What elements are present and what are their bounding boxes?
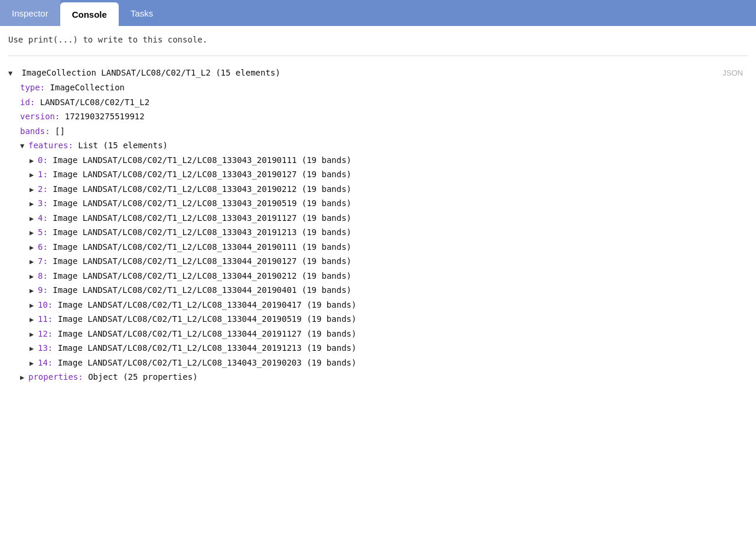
- feature-item-3: 3: Image LANDSAT/LC08/C02/T1_L2/LC08_133…: [8, 196, 748, 211]
- feature-item-4: 4: Image LANDSAT/LC08/C02/T1_L2/LC08_133…: [8, 211, 748, 226]
- feature-item-7: 7: Image LANDSAT/LC08/C02/T1_L2/LC08_133…: [8, 254, 748, 269]
- feature-10-toggle[interactable]: [30, 299, 37, 312]
- value-properties: Object (25 properties): [88, 370, 197, 384]
- key-properties: properties:: [28, 370, 88, 384]
- feature-9-toggle[interactable]: [30, 285, 37, 297]
- key-bands: bands:: [20, 124, 55, 139]
- feature-13-toggle[interactable]: [30, 343, 37, 355]
- key-version: version:: [20, 109, 65, 124]
- feature-0-toggle[interactable]: [30, 155, 37, 167]
- feature-6-toggle[interactable]: [30, 242, 37, 254]
- root-label-container: ImageCollection LANDSAT/LC08/C02/T1_L2 (…: [8, 66, 281, 80]
- feature-11-value: Image LANDSAT/LC08/C02/T1_L2/LC08_133044…: [58, 312, 357, 327]
- feature-6-index: 6:: [38, 240, 53, 255]
- feature-3-toggle[interactable]: [30, 198, 37, 210]
- value-version: 1721903275519912: [65, 109, 145, 124]
- feature-6-value: Image LANDSAT/LC08/C02/T1_L2/LC08_133044…: [53, 240, 351, 255]
- tree-property-bands: bands: []: [8, 124, 748, 139]
- feature-item-6: 6: Image LANDSAT/LC08/C02/T1_L2/LC08_133…: [8, 240, 748, 255]
- feature-14-index: 14:: [38, 356, 58, 370]
- hint-prefix: Use: [8, 35, 28, 44]
- tab-inspector[interactable]: Inspector: [0, 0, 60, 26]
- tree-root: ImageCollection LANDSAT/LC08/C02/T1_L2 (…: [8, 66, 748, 384]
- hint-suffix: to write to this console.: [78, 35, 207, 44]
- key-id: id:: [20, 95, 40, 110]
- feature-8-index: 8:: [38, 269, 53, 283]
- value-id: LANDSAT/LC08/C02/T1_L2: [40, 95, 149, 110]
- tab-tasks[interactable]: Tasks: [119, 0, 165, 26]
- feature-8-value: Image LANDSAT/LC08/C02/T1_L2/LC08_133044…: [53, 269, 351, 283]
- feature-item-14: 14: Image LANDSAT/LC08/C02/T1_L2/LC08_13…: [8, 356, 748, 370]
- feature-10-value: Image LANDSAT/LC08/C02/T1_L2/LC08_133044…: [58, 298, 357, 312]
- json-link[interactable]: JSON: [722, 67, 743, 80]
- tree-property-type: type: ImageCollection: [8, 80, 748, 95]
- feature-8-toggle[interactable]: [30, 271, 37, 283]
- root-toggle-arrow[interactable]: [8, 67, 15, 80]
- feature-5-index: 5:: [38, 225, 53, 240]
- feature-12-index: 12:: [38, 327, 58, 341]
- feature-9-index: 9:: [38, 283, 53, 298]
- console-content: Use print(...) to write to this console.…: [0, 26, 756, 392]
- hint-code: print(...): [28, 35, 78, 44]
- feature-item-9: 9: Image LANDSAT/LC08/C02/T1_L2/LC08_133…: [8, 283, 748, 298]
- feature-3-index: 3:: [38, 196, 53, 211]
- feature-3-value: Image LANDSAT/LC08/C02/T1_L2/LC08_133043…: [53, 196, 351, 211]
- feature-item-5: 5: Image LANDSAT/LC08/C02/T1_L2/LC08_133…: [8, 225, 748, 240]
- tree-features-header: features: List (15 elements): [8, 138, 748, 153]
- hint-text: Use print(...) to write to this console.: [8, 33, 748, 46]
- root-label: ImageCollection LANDSAT/LC08/C02/T1_L2 (…: [21, 68, 280, 77]
- value-bands: []: [55, 124, 65, 139]
- feature-5-toggle[interactable]: [30, 227, 37, 239]
- tree-property-version: version: 1721903275519912: [8, 109, 748, 124]
- tab-bar: Inspector Console Tasks: [0, 0, 756, 26]
- feature-11-toggle[interactable]: [30, 314, 37, 326]
- features-toggle-arrow[interactable]: [20, 140, 27, 152]
- feature-2-index: 2:: [38, 182, 53, 197]
- feature-2-toggle[interactable]: [30, 184, 37, 196]
- feature-11-index: 11:: [38, 312, 58, 327]
- feature-7-value: Image LANDSAT/LC08/C02/T1_L2/LC08_133044…: [53, 254, 351, 269]
- feature-1-value: Image LANDSAT/LC08/C02/T1_L2/LC08_133043…: [53, 167, 351, 182]
- feature-14-toggle[interactable]: [30, 357, 37, 370]
- feature-1-toggle[interactable]: [30, 169, 37, 181]
- feature-4-toggle[interactable]: [30, 213, 37, 225]
- root-header-line: ImageCollection LANDSAT/LC08/C02/T1_L2 (…: [8, 66, 748, 80]
- feature-item-1: 1: Image LANDSAT/LC08/C02/T1_L2/LC08_133…: [8, 167, 748, 182]
- feature-9-value: Image LANDSAT/LC08/C02/T1_L2/LC08_133044…: [53, 283, 351, 298]
- feature-14-value: Image LANDSAT/LC08/C02/T1_L2/LC08_134043…: [58, 356, 357, 370]
- feature-0-value: Image LANDSAT/LC08/C02/T1_L2/LC08_133043…: [53, 153, 351, 168]
- feature-item-10: 10: Image LANDSAT/LC08/C02/T1_L2/LC08_13…: [8, 298, 748, 312]
- value-type: ImageCollection: [50, 80, 125, 95]
- feature-item-12: 12: Image LANDSAT/LC08/C02/T1_L2/LC08_13…: [8, 327, 748, 341]
- feature-item-0: 0: Image LANDSAT/LC08/C02/T1_L2/LC08_133…: [8, 153, 748, 168]
- feature-item-13: 13: Image LANDSAT/LC08/C02/T1_L2/LC08_13…: [8, 341, 748, 356]
- feature-12-toggle[interactable]: [30, 328, 37, 341]
- feature-item-8: 8: Image LANDSAT/LC08/C02/T1_L2/LC08_133…: [8, 269, 748, 283]
- key-features: features:: [28, 138, 78, 153]
- feature-12-value: Image LANDSAT/LC08/C02/T1_L2/LC08_133044…: [58, 327, 357, 341]
- feature-7-toggle[interactable]: [30, 256, 37, 268]
- feature-2-value: Image LANDSAT/LC08/C02/T1_L2/LC08_133043…: [53, 182, 351, 197]
- feature-5-value: Image LANDSAT/LC08/C02/T1_L2/LC08_133043…: [53, 225, 351, 240]
- divider: [8, 56, 748, 56]
- feature-0-index: 0:: [38, 153, 53, 168]
- feature-13-value: Image LANDSAT/LC08/C02/T1_L2/LC08_133044…: [58, 341, 357, 356]
- feature-item-2: 2: Image LANDSAT/LC08/C02/T1_L2/LC08_133…: [8, 182, 748, 197]
- feature-item-11: 11: Image LANDSAT/LC08/C02/T1_L2/LC08_13…: [8, 312, 748, 327]
- key-type: type:: [20, 80, 50, 95]
- feature-4-value: Image LANDSAT/LC08/C02/T1_L2/LC08_133043…: [53, 211, 351, 226]
- feature-13-index: 13:: [38, 341, 58, 356]
- feature-7-index: 7:: [38, 254, 53, 269]
- tree-properties-footer: properties: Object (25 properties): [8, 370, 748, 384]
- tree-property-id: id: LANDSAT/LC08/C02/T1_L2: [8, 95, 748, 110]
- feature-4-index: 4:: [38, 211, 53, 226]
- value-features-header: List (15 elements): [78, 138, 168, 153]
- tab-console[interactable]: Console: [60, 2, 119, 26]
- feature-1-index: 1:: [38, 167, 53, 182]
- properties-toggle-arrow[interactable]: [20, 371, 27, 384]
- feature-10-index: 10:: [38, 298, 58, 312]
